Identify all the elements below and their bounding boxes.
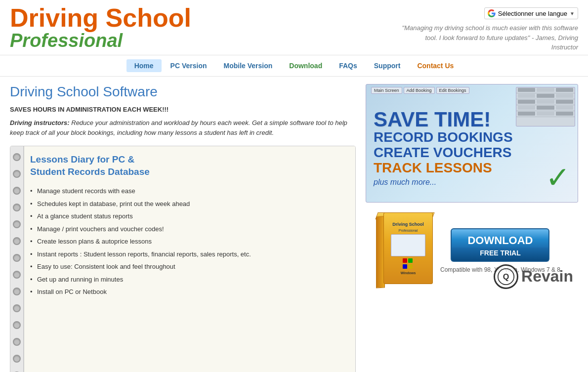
list-item: Manage / print vouchers and voucher code… xyxy=(30,223,348,236)
save-time-banner: Main Screen Add Booking Edit Bookings SA… xyxy=(366,84,578,203)
screen-cell xyxy=(537,106,554,110)
checkmark-icon: ✓ xyxy=(546,160,570,195)
list-item: Easy to use: Consistent look and feel th… xyxy=(30,260,348,273)
logo-driving-school: Driving School xyxy=(10,5,191,31)
list-item: Schedules kept in database, print out th… xyxy=(30,198,348,210)
list-item: Get up and running in minutes xyxy=(30,273,348,286)
tagline: SAVES HOURS IN ADMINISTRATION EACH WEEK!… xyxy=(10,106,356,113)
feature-list: Manage student records with ease Schedul… xyxy=(30,185,348,298)
download-wrap: DOWNLOAD FREE TRIAL xyxy=(451,228,549,262)
nav-home[interactable]: Home xyxy=(126,59,162,72)
list-item: Create lesson plans & autoprice lessons xyxy=(30,235,348,248)
ring-4 xyxy=(13,204,21,211)
nav-support[interactable]: Support xyxy=(366,59,409,72)
banner-tabs: Main Screen Add Booking Edit Bookings xyxy=(371,87,469,94)
screen-cell xyxy=(518,106,535,110)
feature-content: Lessons Diary for PC &Student Records Da… xyxy=(24,146,355,372)
revain-text: Revain xyxy=(521,267,573,286)
box-title-2: Professional xyxy=(399,229,418,232)
dropdown-arrow-icon: ▼ xyxy=(570,11,575,16)
ring-12 xyxy=(13,338,21,346)
ring-8 xyxy=(13,271,21,279)
track-lessons-heading: TRACK LESSONS xyxy=(374,161,570,176)
nav-faqs[interactable]: FAQs xyxy=(331,59,365,72)
win-pane-red xyxy=(403,258,407,263)
box-title-1: Driving School xyxy=(392,222,424,227)
windows-label: Windows xyxy=(401,271,416,275)
ring-9 xyxy=(13,288,21,295)
nav-contact-us[interactable]: Contact Us xyxy=(409,59,462,72)
ring-2 xyxy=(13,170,21,178)
screen-row xyxy=(516,87,575,93)
plus-more-text: plus much more... xyxy=(374,178,570,187)
screen-row xyxy=(516,93,575,99)
download-area: Driving School Professional Windows DOWN… xyxy=(366,207,578,294)
ring-7 xyxy=(13,254,21,262)
screen-cell xyxy=(556,88,573,92)
screen-cell xyxy=(556,106,573,110)
software-box: Driving School Professional Windows xyxy=(374,212,433,289)
logo-area: Driving School Professional xyxy=(10,5,191,51)
main-content: Driving School Software SAVES HOURS IN A… xyxy=(0,77,588,372)
tab-add-booking: Add Booking xyxy=(404,87,435,94)
screen-cell xyxy=(556,100,573,104)
screen-cell xyxy=(556,112,573,116)
record-bookings-heading: RECORD BOOKINGS xyxy=(374,130,570,145)
nav-download[interactable]: Download xyxy=(281,59,330,72)
right-panel: Main Screen Add Booking Edit Bookings SA… xyxy=(366,84,578,372)
header: Driving School Professional Sélectionner… xyxy=(0,0,588,55)
revain-badge: Q Revain xyxy=(494,264,573,289)
screen-cell xyxy=(518,94,535,98)
language-selector[interactable]: Sélectionner une langue ▼ xyxy=(484,7,578,19)
ring-5 xyxy=(13,220,21,228)
screen-row xyxy=(516,111,575,117)
win-pane-yellow xyxy=(408,264,413,269)
list-item: Manage student records with ease xyxy=(30,185,348,198)
box-screen-preview xyxy=(391,234,425,256)
logo-professional: Professional xyxy=(10,31,191,51)
list-item: Instant reports : Student lesson reports… xyxy=(30,248,348,261)
revain-logo-icon: Q xyxy=(497,268,515,286)
win-pane-green xyxy=(408,258,413,263)
screen-cell xyxy=(537,88,554,92)
left-panel: Driving School Software SAVES HOURS IN A… xyxy=(10,84,356,372)
ring-3 xyxy=(13,187,21,195)
list-item: At a glance student status reports xyxy=(30,210,348,223)
screen-row xyxy=(516,105,575,111)
download-sub-label[interactable]: FREE TRIAL xyxy=(451,248,549,262)
tab-edit-bookings: Edit Bookings xyxy=(436,87,469,94)
create-vouchers-heading: CREATE VOUCHERS xyxy=(374,145,570,161)
screenshot-overlay xyxy=(516,87,575,126)
logo-driving: Driving School xyxy=(10,3,191,32)
lang-selector-label: Sélectionner une langue xyxy=(498,10,567,17)
ring-10 xyxy=(13,304,21,312)
screen-cell xyxy=(556,94,573,98)
nav-pc-version[interactable]: PC Version xyxy=(163,59,215,72)
screen-cell xyxy=(537,94,554,98)
description-strong: Driving instructors: xyxy=(10,119,70,126)
screen-cell xyxy=(518,112,535,116)
ring-6 xyxy=(13,237,21,245)
screen-cell xyxy=(518,100,535,104)
notebook-rings xyxy=(10,146,24,372)
ring-11 xyxy=(13,321,21,329)
nav-mobile-version[interactable]: Mobile Version xyxy=(215,59,280,72)
screen-row xyxy=(516,99,575,105)
revain-icon: Q xyxy=(494,264,518,289)
ring-13 xyxy=(13,355,21,363)
download-button[interactable]: DOWNLOAD xyxy=(451,228,549,250)
page-title: Driving School Software xyxy=(10,84,356,100)
screen-cell xyxy=(518,88,535,92)
box-front: Driving School Professional Windows xyxy=(383,212,433,284)
feature-box: Lessons Diary for PC &Student Records Da… xyxy=(10,146,356,372)
description-text: Driving instructors: Reduce your adminis… xyxy=(10,118,356,139)
windows-logo xyxy=(403,258,414,269)
testimonial-text: "Managing my driving school is much easi… xyxy=(400,23,578,52)
navigation: Home PC Version Mobile Version Download … xyxy=(0,55,588,77)
svg-text:Q: Q xyxy=(503,272,509,281)
screen-cell xyxy=(537,112,554,116)
screen-cell xyxy=(537,100,554,104)
ring-1 xyxy=(13,153,21,161)
feature-title: Lessons Diary for PC &Student Records Da… xyxy=(30,154,348,178)
list-item: Install on PC or Netbook xyxy=(30,286,348,298)
